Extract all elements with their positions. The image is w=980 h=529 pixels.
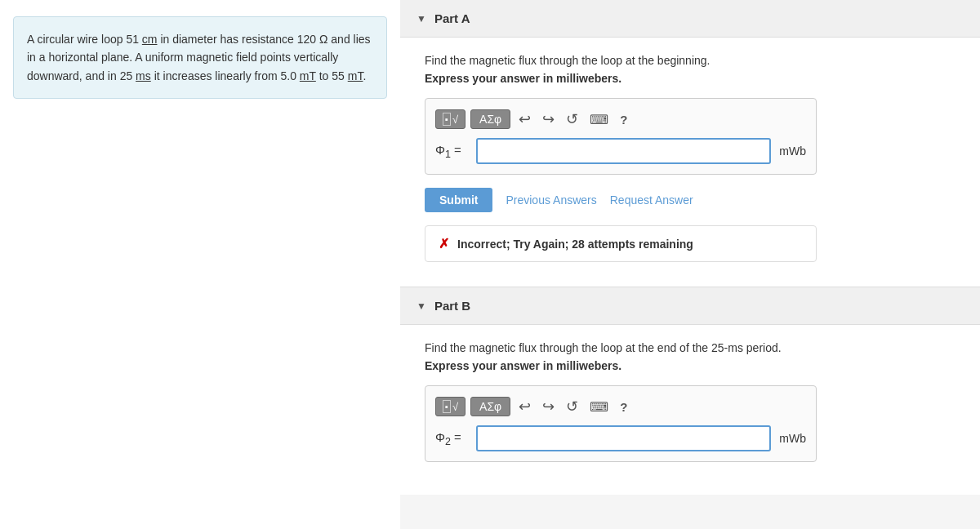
- error-x-icon: ✗: [439, 236, 449, 251]
- matrix-icon: ▪: [443, 113, 451, 126]
- part-a-toolbar: ▪ √ ΑΣφ ↩ ↪ ↺ ⌨ ?: [435, 109, 806, 130]
- part-b-chevron: ▼: [416, 300, 426, 312]
- part-b-undo-button[interactable]: ↩: [515, 396, 534, 417]
- part-b-content: Find the magnetic flux through the loop …: [400, 325, 980, 495]
- part-a-unit: mWb: [779, 144, 806, 158]
- refresh-button[interactable]: ↺: [563, 109, 581, 130]
- part-a-chevron: ▼: [416, 13, 426, 24]
- part-a-submit-button[interactable]: Submit: [425, 188, 492, 212]
- part-a-request-answer-link[interactable]: Request Answer: [610, 193, 693, 207]
- part-b-section: ▼ Part B Find the magnetic flux through …: [400, 287, 980, 495]
- part-a-section: ▼ Part A Find the magnetic flux through …: [400, 0, 980, 287]
- part-a-instruction: Express your answer in milliwebers.: [425, 72, 956, 85]
- unit-mt1: mT: [300, 69, 316, 82]
- part-b-unit: mWb: [779, 432, 806, 445]
- part-a-label: Part A: [434, 11, 470, 25]
- part-a-description: Find the magnetic flux through the loop …: [425, 54, 956, 67]
- part-b-instruction: Express your answer in milliwebers.: [425, 359, 956, 372]
- part-a-previous-answers-link[interactable]: Previous Answers: [506, 193, 596, 207]
- part-a-content: Find the magnetic flux through the loop …: [400, 38, 980, 287]
- left-panel: A circular wire loop 51 cm in diameter h…: [0, 0, 400, 529]
- redo-button[interactable]: ↪: [539, 109, 558, 130]
- part-b-greek-symbols-button[interactable]: ΑΣφ: [470, 397, 510, 416]
- part-b-header[interactable]: ▼ Part B: [400, 287, 980, 325]
- part-b-input-row: Φ2 = mWb: [435, 425, 806, 451]
- part-b-label: Part B: [434, 299, 470, 313]
- unit-ms: ms: [136, 69, 151, 82]
- undo-button[interactable]: ↩: [515, 109, 534, 130]
- keyboard-icon: ⌨: [590, 113, 608, 127]
- right-panel: ▼ Part A Find the magnetic flux through …: [400, 0, 980, 529]
- problem-box: A circular wire loop 51 cm in diameter h…: [13, 16, 387, 99]
- part-a-answer-box: ▪ √ ΑΣφ ↩ ↪ ↺ ⌨ ? Φ1 = mWb: [425, 98, 817, 175]
- part-b-keyboard-button[interactable]: ⌨: [586, 398, 612, 416]
- part-a-input-label: Φ1 =: [435, 143, 468, 160]
- keyboard-button[interactable]: ⌨: [586, 110, 612, 129]
- part-a-feedback-text: Incorrect; Try Again; 28 attempts remain…: [457, 238, 693, 251]
- greek-symbols-button[interactable]: ΑΣφ: [470, 109, 510, 129]
- part-a-header[interactable]: ▼ Part A: [400, 0, 980, 38]
- part-a-feedback-box: ✗ Incorrect; Try Again; 28 attempts rema…: [425, 225, 817, 262]
- part-b-keyboard-icon: ⌨: [590, 400, 608, 414]
- part-b-toolbar: ▪ √ ΑΣφ ↩ ↪ ↺ ⌨ ?: [435, 396, 806, 417]
- matrix-sqrt-button[interactable]: ▪ √: [435, 109, 466, 129]
- ms-underline: ms: [728, 341, 743, 354]
- part-b-help-button[interactable]: ?: [617, 398, 630, 416]
- part-b-sqrt-icon: √: [452, 401, 458, 413]
- part-b-redo-button[interactable]: ↪: [539, 396, 558, 417]
- part-b-description: Find the magnetic flux through the loop …: [425, 341, 956, 354]
- part-b-matrix-icon: ▪: [443, 400, 451, 413]
- part-a-input[interactable]: [476, 138, 771, 164]
- unit-mt2: mT: [348, 69, 363, 82]
- part-b-matrix-sqrt-button[interactable]: ▪ √: [435, 397, 466, 416]
- part-b-answer-box: ▪ √ ΑΣφ ↩ ↪ ↺ ⌨ ? Φ2 = mWb: [425, 385, 817, 462]
- part-a-input-row: Φ1 = mWb: [435, 138, 806, 164]
- part-b-input-label: Φ2 =: [435, 430, 468, 447]
- sqrt-icon: √: [452, 113, 458, 126]
- part-b-input[interactable]: [476, 425, 771, 451]
- part-b-refresh-button[interactable]: ↺: [563, 396, 581, 417]
- part-a-submit-row: Submit Previous Answers Request Answer: [425, 188, 956, 212]
- unit-cm: cm: [142, 33, 158, 46]
- help-button[interactable]: ?: [617, 111, 630, 128]
